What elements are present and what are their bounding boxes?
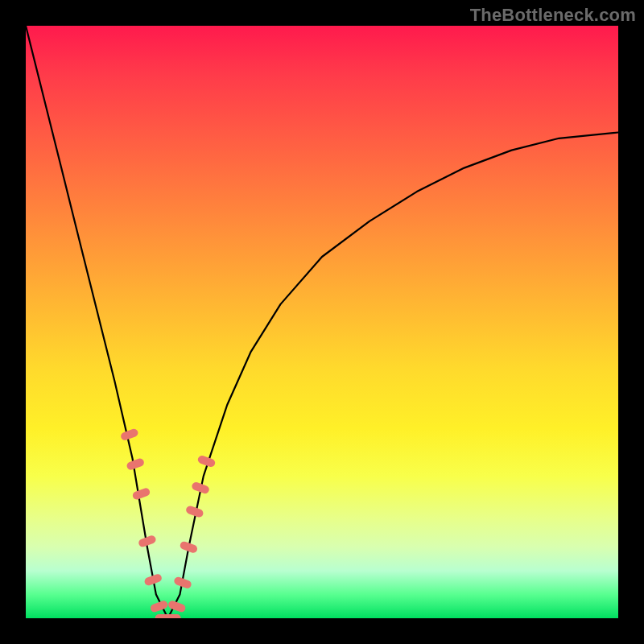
highlight-marker [126, 457, 145, 471]
highlight-markers [120, 427, 217, 613]
plot-frame [26, 26, 618, 618]
highlight-marker [131, 487, 151, 501]
bottleneck-chart [26, 26, 618, 618]
watermark-text: TheBottleneck.com [470, 5, 636, 26]
bottleneck-curve [26, 26, 618, 618]
highlight-marker [120, 427, 139, 441]
